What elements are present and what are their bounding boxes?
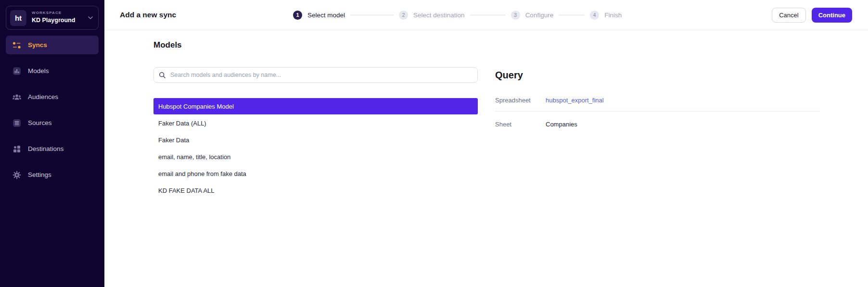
model-search-box[interactable] <box>153 67 478 83</box>
gear-icon <box>12 170 22 180</box>
step-label: Select destination <box>413 12 465 19</box>
sidebar-item-destinations[interactable]: Destinations <box>6 139 99 158</box>
query-row-label: Sheet <box>495 121 546 128</box>
query-panel: Query Spreadsheet hubspot_export_final S… <box>495 70 820 135</box>
models-icon <box>12 66 22 76</box>
sidebar-nav: Syncs Models <box>6 36 99 191</box>
sidebar-item-label: Destinations <box>28 145 64 152</box>
step-connector <box>559 15 585 15</box>
workspace-name: KD Playground <box>32 17 75 24</box>
hightouch-logo: ht <box>10 10 26 26</box>
model-list: Hubspot Companies Model Faker Data (ALL)… <box>153 98 478 199</box>
model-name: Faker Data <box>158 137 189 144</box>
sidebar-item-label: Sources <box>28 119 52 126</box>
model-row[interactable]: email and phone from fake data <box>153 165 478 182</box>
model-name: email and phone from fake data <box>158 170 246 177</box>
wizard-stepper: 1 Select model 2 Select destination 3 Co… <box>293 0 622 30</box>
sidebar-item-label: Models <box>28 67 49 75</box>
step-number-badge: 2 <box>399 11 408 20</box>
model-name: Hubspot Companies Model <box>158 103 234 110</box>
query-heading: Query <box>495 70 820 81</box>
step-connector <box>350 15 394 15</box>
sidebar-item-label: Audiences <box>28 93 58 100</box>
model-row[interactable]: email, name, title, location <box>153 149 478 165</box>
step-number-badge: 4 <box>590 11 599 20</box>
step-number-badge: 1 <box>293 11 302 20</box>
cancel-button[interactable]: Cancel <box>772 8 805 23</box>
page-title: Add a new sync <box>120 0 176 30</box>
search-input[interactable] <box>170 72 472 78</box>
workspace-switcher[interactable]: ht WORKSPACE KD Playground <box>6 6 99 30</box>
step-number-badge: 3 <box>511 11 520 20</box>
model-row[interactable]: Faker Data <box>153 132 478 149</box>
sidebar-item-models[interactable]: Models <box>6 62 99 80</box>
sidebar-item-audiences[interactable]: Audiences <box>6 87 99 106</box>
destinations-icon <box>12 144 22 154</box>
step-select-model: 1 Select model <box>293 11 345 20</box>
syncs-icon <box>12 40 22 50</box>
step-label: Configure <box>525 12 554 19</box>
step-label: Select model <box>307 12 345 19</box>
sidebar: ht WORKSPACE KD Playground Syncs <box>0 0 104 287</box>
search-icon <box>159 72 166 79</box>
header-actions: Cancel Continue <box>772 8 852 23</box>
step-finish: 4 Finish <box>590 11 622 20</box>
query-row-spreadsheet: Spreadsheet hubspot_export_final <box>495 95 820 112</box>
step-select-destination: 2 Select destination <box>399 11 465 20</box>
continue-button[interactable]: Continue <box>812 8 852 23</box>
sidebar-item-settings[interactable]: Settings <box>6 165 99 184</box>
workspace-label: WORKSPACE <box>32 11 62 15</box>
step-label: Finish <box>604 12 622 19</box>
step-configure: 3 Configure <box>511 11 554 20</box>
query-row-sheet: Sheet Companies <box>495 119 820 135</box>
chevron-down-icon <box>88 16 93 20</box>
model-row[interactable]: Faker Data (ALL) <box>153 115 478 132</box>
model-row[interactable]: Hubspot Companies Model <box>153 98 478 114</box>
model-row[interactable]: KD FAKE DATA ALL <box>153 182 478 199</box>
model-name: Faker Data (ALL) <box>158 120 206 127</box>
query-row-label: Spreadsheet <box>495 97 546 104</box>
app-window: ht WORKSPACE KD Playground Syncs <box>0 0 868 287</box>
sidebar-item-syncs[interactable]: Syncs <box>6 36 99 54</box>
audiences-icon <box>12 92 22 102</box>
sidebar-item-label: Settings <box>28 171 51 178</box>
sources-icon <box>12 118 22 128</box>
models-section-heading: Models <box>153 40 182 50</box>
step-connector <box>470 15 506 15</box>
sheet-value: Companies <box>546 121 577 128</box>
wizard-header: Add a new sync 1 Select model 2 Select d… <box>104 0 868 30</box>
model-name: KD FAKE DATA ALL <box>158 187 215 194</box>
spreadsheet-link[interactable]: hubspot_export_final <box>546 97 604 104</box>
sidebar-item-sources[interactable]: Sources <box>6 113 99 132</box>
sidebar-item-label: Syncs <box>28 41 47 49</box>
model-name: email, name, title, location <box>158 153 230 161</box>
